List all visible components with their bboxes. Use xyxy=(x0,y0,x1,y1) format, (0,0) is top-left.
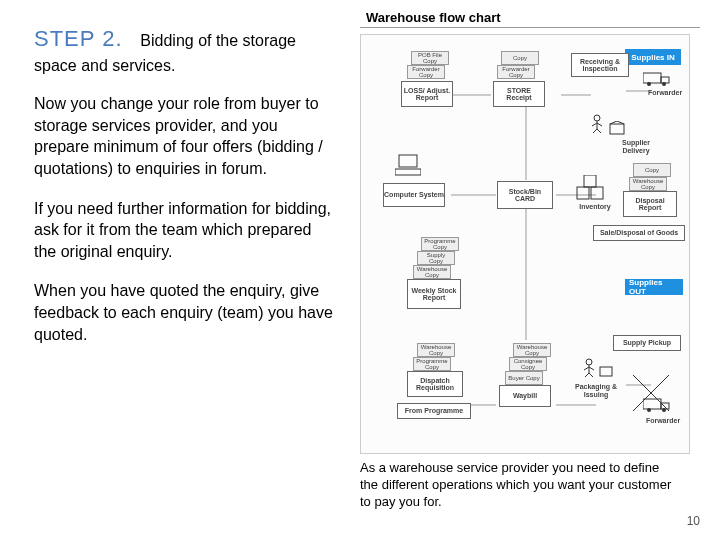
waybill-wh-copy: Warehouse Copy xyxy=(513,343,551,357)
packaging-label: Packaging & Issuing xyxy=(571,383,621,398)
disposal-report-box: Disposal Report xyxy=(623,191,677,217)
supplies-in-badge: Supplies IN xyxy=(625,49,681,65)
dispatch-wh-copy: Warehouse Copy xyxy=(417,343,455,357)
svg-rect-23 xyxy=(584,175,596,187)
svg-point-14 xyxy=(662,82,666,86)
svg-rect-22 xyxy=(591,187,603,199)
box-in-icon xyxy=(609,121,625,135)
computer-icon xyxy=(395,153,421,179)
weekly-wh-copy: Warehouse Copy xyxy=(413,265,451,279)
svg-rect-16 xyxy=(610,124,624,134)
waybill-consignee-copy: Consignee Copy xyxy=(509,357,547,371)
stockbin-box: Stock/Bin CARD xyxy=(497,181,553,209)
computer-system-box: Computer System xyxy=(383,183,445,207)
svg-rect-21 xyxy=(577,187,589,199)
paragraph-1: Now you change your role from buyer to s… xyxy=(34,93,334,179)
svg-rect-12 xyxy=(661,77,669,83)
left-column: STEP 2. Bidding of the storage space and… xyxy=(34,24,334,363)
forwarder-copy-top: Forwarder Copy xyxy=(497,65,535,79)
store-receipt-box: STORE Receipt xyxy=(493,81,545,107)
copy-top: Copy xyxy=(501,51,539,65)
supplier-delivery-label: Supplier Delivery xyxy=(609,139,663,154)
weekly-prog-copy: Programme Copy xyxy=(421,237,459,251)
svg-point-24 xyxy=(586,359,592,365)
inventory-label: Inventory xyxy=(575,203,615,211)
paragraph-2: If you need further information for bidd… xyxy=(34,198,334,263)
svg-line-32 xyxy=(633,393,651,411)
svg-rect-19 xyxy=(399,155,417,167)
chart-title: Warehouse flow chart xyxy=(360,10,700,25)
chart-divider xyxy=(360,27,700,28)
weekly-report-box: Weekly Stock Report xyxy=(407,279,461,309)
step-label: STEP 2. xyxy=(34,26,123,51)
inventory-boxes-icon xyxy=(575,175,605,201)
forwarder-copy-left: Forwarder Copy xyxy=(407,65,445,79)
dispatch-req-box: Dispatch Requisition xyxy=(407,371,463,397)
from-programme-box: From Programme xyxy=(397,403,471,419)
flowchart: Supplies IN Forwarder Receiving & Inspec… xyxy=(360,34,690,454)
supply-pickup-box: Supply Pickup xyxy=(613,335,681,351)
worker-in-icon xyxy=(587,113,607,133)
dispatch-prog-copy: Programme Copy xyxy=(413,357,451,371)
step-heading: STEP 2. Bidding of the storage space and… xyxy=(34,24,334,77)
paragraph-3: When you have quoted the enquiry, give f… xyxy=(34,280,334,345)
disposal-wh-copy: Warehouse Copy xyxy=(629,177,667,191)
page-number: 10 xyxy=(687,514,700,528)
slide: STEP 2. Bidding of the storage space and… xyxy=(0,0,720,540)
loss-report-box: LOSS/ Adjust. Report xyxy=(401,81,453,107)
waybill-buyer-copy: Buyer Copy xyxy=(505,371,543,385)
right-column: Warehouse flow chart Supplies IN Forward… xyxy=(360,10,700,454)
disposal-copy: Copy xyxy=(633,163,671,177)
supplies-out-badge: Supplies OUT xyxy=(625,279,683,295)
svg-line-31 xyxy=(651,375,669,393)
svg-point-13 xyxy=(647,82,651,86)
svg-point-15 xyxy=(594,115,600,121)
svg-rect-20 xyxy=(395,169,421,175)
truck-in-icon xyxy=(643,71,673,87)
weekly-supply-copy: Supply Copy xyxy=(417,251,455,265)
box-out-icon xyxy=(599,365,613,377)
waybill-box: Waybill xyxy=(499,385,551,407)
svg-rect-11 xyxy=(643,73,661,83)
receiving-box: Receiving & Inspection xyxy=(571,53,629,77)
svg-line-30 xyxy=(633,375,651,393)
svg-line-33 xyxy=(651,393,669,411)
svg-rect-25 xyxy=(600,367,612,376)
forwarder-label-out: Forwarder xyxy=(643,417,683,425)
forwarder-label-in: Forwarder xyxy=(645,89,685,97)
caption: As a warehouse service provider you need… xyxy=(360,460,680,511)
worker-out-icon xyxy=(579,357,599,377)
pob-copy: POB File Copy xyxy=(411,51,449,65)
dispatch-arrows-icon xyxy=(623,365,679,421)
sale-disposal-box: Sale/Disposal of Goods xyxy=(593,225,685,241)
